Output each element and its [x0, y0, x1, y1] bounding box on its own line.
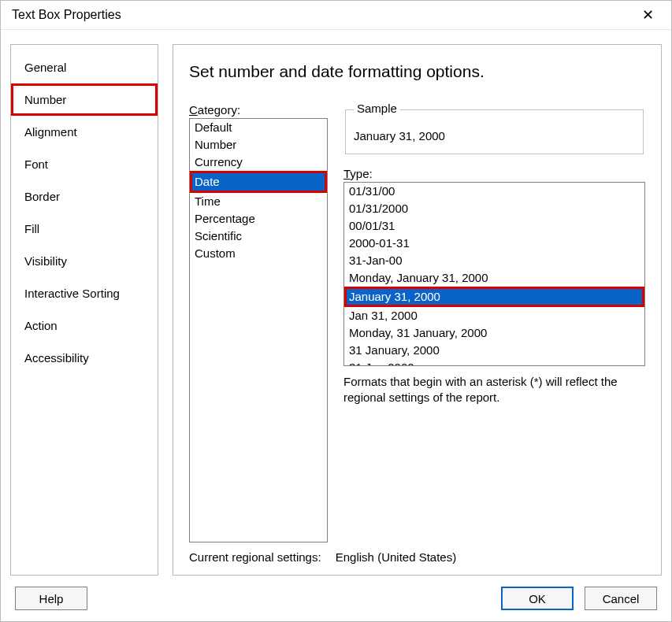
type-label: Type: — [343, 167, 645, 180]
nav-item-font[interactable]: Font — [11, 148, 158, 180]
format-hint: Formats that begin with an asterisk (*) … — [343, 374, 645, 405]
category-item[interactable]: Custom — [190, 245, 327, 262]
category-item[interactable]: Number — [190, 136, 327, 154]
category-item[interactable]: Scientific — [190, 228, 327, 245]
dialog-footer: Help OK Cancel — [1, 576, 671, 621]
type-item[interactable]: 01/31/2000 — [344, 200, 644, 217]
nav-item-border[interactable]: Border — [11, 180, 158, 213]
type-item[interactable]: 31 Jan 2000 — [344, 359, 644, 366]
category-label: Category: — [189, 103, 328, 117]
nav-item-accessibility[interactable]: Accessibility — [11, 342, 158, 374]
help-button[interactable]: Help — [15, 587, 87, 610]
nav-item-action[interactable]: Action — [11, 309, 158, 342]
nav-item-interactive-sorting[interactable]: Interactive Sorting — [11, 277, 158, 309]
main-panel: Set number and date formatting options. … — [173, 44, 662, 576]
type-item[interactable]: Jan 31, 2000 — [344, 307, 644, 324]
side-nav: GeneralNumberAlignmentFontBorderFillVisi… — [10, 44, 158, 576]
category-item[interactable]: Currency — [190, 154, 327, 171]
window-title: Text Box Properties — [12, 8, 632, 22]
cancel-button[interactable]: Cancel — [585, 587, 657, 610]
category-item[interactable]: Date — [190, 171, 327, 193]
category-listbox[interactable]: DefaultNumberCurrencyDateTimePercentageS… — [189, 118, 328, 542]
content-row: Category: DefaultNumberCurrencyDateTimeP… — [189, 103, 645, 542]
sample-group: Sample January 31, 2000 — [345, 103, 644, 154]
type-listbox[interactable]: 01/31/0001/31/200000/01/312000-01-3131-J… — [343, 182, 645, 366]
titlebar: Text Box Properties ✕ — [1, 1, 671, 30]
ok-button[interactable]: OK — [501, 587, 574, 610]
regional-settings: Current regional settings: English (Unit… — [189, 542, 645, 564]
dialog-body: GeneralNumberAlignmentFontBorderFillVisi… — [1, 30, 671, 576]
sample-value: January 31, 2000 — [354, 129, 635, 143]
regional-label: Current regional settings: — [189, 550, 321, 564]
type-section: Type: 01/31/0001/31/200000/01/312000-01-… — [343, 167, 645, 405]
type-item[interactable]: 31-Jan-00 — [344, 252, 644, 269]
dialog-window: Text Box Properties ✕ GeneralNumberAlign… — [0, 0, 672, 622]
type-item[interactable]: Monday, January 31, 2000 — [344, 269, 644, 287]
sample-label: Sample — [354, 102, 400, 115]
type-item[interactable]: January 31, 2000 — [344, 287, 644, 307]
category-item[interactable]: Percentage — [190, 210, 327, 228]
nav-item-alignment[interactable]: Alignment — [11, 116, 158, 148]
category-item[interactable]: Time — [190, 193, 327, 210]
type-item[interactable]: Monday, 31 January, 2000 — [344, 324, 644, 342]
category-column: Category: DefaultNumberCurrencyDateTimeP… — [189, 103, 328, 542]
type-item[interactable]: 2000-01-31 — [344, 235, 644, 252]
type-item[interactable]: 01/31/00 — [344, 183, 644, 200]
right-column: Sample January 31, 2000 Type: 01/31/0001… — [343, 103, 645, 542]
type-item[interactable]: 31 January, 2000 — [344, 342, 644, 359]
nav-item-number[interactable]: Number — [11, 83, 158, 116]
nav-item-general[interactable]: General — [11, 51, 158, 83]
regional-value: English (United States) — [336, 550, 456, 564]
nav-item-visibility[interactable]: Visibility — [11, 245, 158, 277]
type-item[interactable]: 00/01/31 — [344, 217, 644, 235]
close-icon[interactable]: ✕ — [632, 8, 663, 22]
nav-item-fill[interactable]: Fill — [11, 213, 158, 245]
category-item[interactable]: Default — [190, 119, 327, 136]
panel-description: Set number and date formatting options. — [189, 62, 645, 81]
